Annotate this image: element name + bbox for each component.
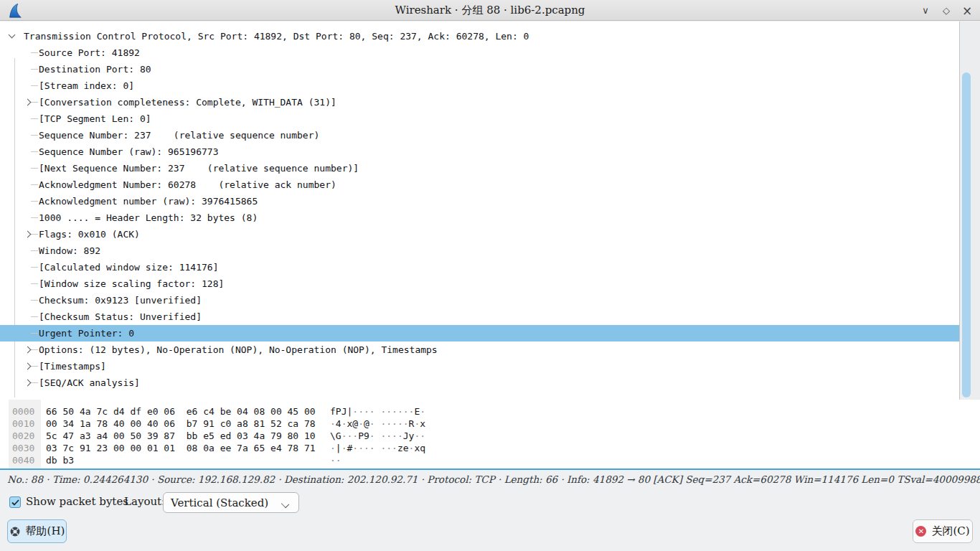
hex-rows: 000066 50 4a 7c d4 df e0 06 e6 c4 be 04 … (0, 405, 980, 466)
close-button-icon: ✕ (915, 526, 926, 537)
hex-row[interactable]: 001000 34 1a 78 40 00 40 06 b7 91 c0 a8 … (0, 418, 980, 430)
window-controls: ∨ ◇ × (918, 0, 974, 21)
maximize-icon[interactable]: ◇ (939, 4, 953, 18)
tree-guide-tick (31, 69, 38, 70)
tree-row-label: [Window size scaling factor: 128] (39, 276, 224, 292)
expand-arrow-icon[interactable] (24, 380, 32, 387)
tree-row-label: Transmission Control Protocol, Src Port:… (24, 28, 529, 44)
tree-row[interactable]: Sequence Number (raw): 965196773 (0, 143, 959, 160)
tree-row[interactable]: [Window size scaling factor: 128] (0, 276, 959, 292)
tree-row-label: Sequence Number: 237 (relative sequence … (39, 127, 319, 143)
close-button[interactable]: ✕ 关闭(C) (913, 519, 973, 543)
tree-row-label: Urgent Pointer: 0 (39, 325, 134, 342)
tree-guide-tick (31, 52, 38, 53)
vertical-scrollbar[interactable] (959, 22, 980, 400)
hex-ascii: ·· (330, 454, 341, 466)
expand-arrow-icon[interactable] (24, 99, 32, 106)
tree-guide-tick (31, 349, 38, 350)
packet-bytes-pane: 000066 50 4a 7c d4 df e0 06 e6 c4 be 04 … (0, 400, 980, 470)
help-icon (9, 526, 21, 537)
checkmark-icon (11, 499, 19, 506)
tree-row[interactable]: [TCP Segment Len: 0] (0, 110, 959, 127)
tree-row-label: Acknowledgment Number: 60278 (relative a… (39, 176, 336, 193)
help-button-label: 帮助(H) (26, 524, 65, 538)
tree-row[interactable]: Window: 892 (0, 242, 959, 259)
tree-row-label: [Next Sequence Number: 237 (relative seq… (39, 160, 359, 176)
hex-offset: 0010 (12, 418, 34, 430)
packet-detail-tree: Transmission Control Protocol, Src Port:… (0, 22, 980, 400)
tree-row[interactable]: Checksum: 0x9123 [unverified] (0, 292, 959, 309)
tree-row[interactable]: [Conversation completeness: Complete, WI… (0, 94, 959, 110)
show-packet-bytes-label: Show packet bytes (26, 495, 128, 508)
tree-row-selected[interactable]: Urgent Pointer: 0 (0, 325, 959, 342)
hex-row[interactable]: 003003 7c 91 23 00 00 01 01 08 0a ee 7a … (0, 442, 980, 454)
tree-guide-tick (31, 102, 38, 103)
scrollbar-thumb[interactable] (962, 72, 971, 397)
hex-bytes: db b3 (46, 454, 74, 466)
tree-row-label: Sequence Number (raw): 965196773 (39, 143, 218, 160)
tree-guide-tick (31, 201, 38, 202)
tree-guide-tick (31, 283, 38, 284)
packet-summary-status: No.: 88 · Time: 0.244264130 · Source: 19… (7, 474, 976, 485)
hex-ascii: \G···P9· ····Jy·· (330, 430, 425, 442)
tree-row[interactable]: 1000 .... = Header Length: 32 bytes (8) (0, 209, 959, 226)
close-window-icon[interactable]: × (960, 4, 974, 18)
tree-row[interactable]: [Next Sequence Number: 237 (relative seq… (0, 160, 959, 176)
tree-row[interactable]: Acknowledgment number (raw): 3976415865 (0, 193, 959, 209)
tree-row-label: 1000 .... = Header Length: 32 bytes (8) (39, 209, 258, 226)
tree-row[interactable]: Options: (12 bytes), No-Operation (NOP),… (0, 342, 959, 358)
hex-row[interactable]: 00205c 47 a3 a4 00 50 39 87 bb e5 ed 03 … (0, 430, 980, 442)
wireshark-logo-icon (7, 3, 23, 19)
help-button[interactable]: 帮助(H) (7, 519, 67, 543)
minimize-icon[interactable]: ∨ (918, 4, 933, 18)
tree-row-label: [SEQ/ACK analysis] (39, 375, 140, 391)
hex-row[interactable]: 0040db b3·· (0, 454, 980, 466)
tree-row-label: [Timestamps] (39, 358, 106, 375)
tree-row[interactable]: Flags: 0x010 (ACK) (0, 226, 959, 242)
hex-offset: 0020 (12, 430, 34, 442)
tree-guide-tick (31, 250, 38, 251)
tree-row-label: [Conversation completeness: Complete, WI… (39, 94, 336, 110)
tree-row[interactable]: Acknowledgment Number: 60278 (relative a… (0, 176, 959, 193)
expand-arrow-icon[interactable] (24, 347, 32, 354)
close-button-label: 关闭(C) (931, 524, 969, 538)
tree-row[interactable]: Sequence Number: 237 (relative sequence … (0, 127, 959, 143)
collapse-arrow-icon[interactable] (9, 32, 16, 39)
tree-guide-tick (31, 135, 38, 136)
hex-bytes: 00 34 1a 78 40 00 40 06 b7 91 c0 a8 81 5… (46, 418, 316, 430)
hex-ascii: ·4·x@·@· ·····R·x (330, 418, 425, 430)
tree-row-label: Source Port: 41892 (39, 44, 140, 61)
tree-row-label: [Calculated window size: 114176] (39, 259, 218, 276)
layout-dropdown[interactable]: Vertical (Stacked) (163, 492, 299, 513)
tree-row[interactable]: [Stream index: 0] (0, 77, 959, 94)
hex-bytes: 5c 47 a3 a4 00 50 39 87 bb e5 ed 03 4a 7… (46, 430, 316, 442)
tree-guide-tick (31, 118, 38, 119)
tree-row[interactable]: Transmission Control Protocol, Src Port:… (0, 28, 959, 44)
chevron-down-icon (281, 500, 289, 508)
layout-dropdown-value: Vertical (Stacked) (171, 496, 268, 509)
tree-guide-tick (31, 85, 38, 86)
tree-guide-tick (31, 151, 38, 152)
window-title: Wireshark · 分组 88 · lib6-2.pcapng (0, 4, 980, 17)
tree-row-label: Acknowledgment number (raw): 3976415865 (39, 193, 258, 209)
tree-row[interactable]: [SEQ/ACK analysis] (0, 375, 959, 391)
hex-offset: 0000 (12, 405, 34, 418)
tree-row[interactable]: Source Port: 41892 (0, 44, 959, 61)
hex-ascii: fPJ|···· ······E· (330, 405, 425, 418)
expand-arrow-icon[interactable] (24, 363, 32, 370)
tree-row[interactable]: [Calculated window size: 114176] (0, 259, 959, 276)
expand-arrow-icon[interactable] (24, 231, 32, 238)
tree-row[interactable]: [Timestamps] (0, 358, 959, 375)
tree-row-label: [TCP Segment Len: 0] (39, 110, 151, 127)
tree-row-label: Destination Port: 80 (39, 61, 151, 77)
tree-row[interactable]: Destination Port: 80 (0, 61, 959, 77)
hex-row[interactable]: 000066 50 4a 7c d4 df e0 06 e6 c4 be 04 … (0, 405, 980, 418)
tree-guide-tick (31, 234, 38, 235)
tree-guide-tick (31, 333, 38, 334)
hex-ascii: ·|·#···· ···ze·xq (330, 442, 425, 454)
hex-bytes: 66 50 4a 7c d4 df e0 06 e6 c4 be 04 08 0… (46, 405, 316, 418)
show-packet-bytes-checkbox[interactable] (9, 496, 21, 508)
tree-row-label: Options: (12 bytes), No-Operation (NOP),… (39, 342, 438, 358)
tree-row[interactable]: [Checksum Status: Unverified] (0, 309, 959, 325)
tree-row-label: Checksum: 0x9123 [unverified] (39, 292, 202, 309)
